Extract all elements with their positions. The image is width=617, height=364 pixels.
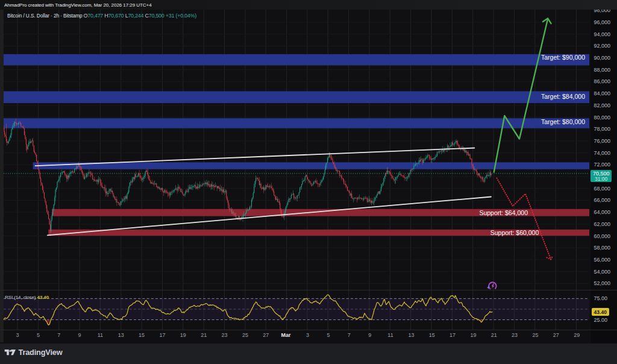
svg-text:TradingView: TradingView [19, 348, 63, 357]
